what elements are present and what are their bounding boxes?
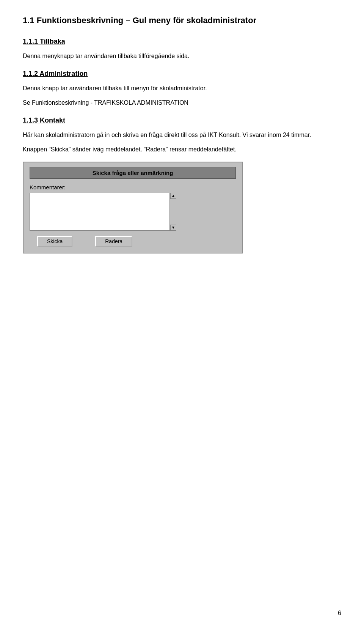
contact-dialog: Skicka fråga eller anmärkning Kommentare…	[23, 162, 243, 253]
dialog-buttons: Skicka Radera	[30, 236, 236, 247]
section-113-heading: 1.1.3 Kontakt	[23, 116, 341, 124]
delete-button[interactable]: Radera	[95, 236, 132, 247]
scrollbar-down-button[interactable]: ▼	[170, 225, 176, 231]
page-number: 6	[338, 610, 341, 617]
section-113-body1: Här kan skoladministratorn gå in och skr…	[23, 131, 341, 140]
scrollbar-track	[170, 199, 177, 225]
section-112: 1.1.2 Administration Denna knapp tar anv…	[23, 70, 341, 107]
section-112-body: Denna knapp tar användaren tillbaka till…	[23, 84, 341, 93]
dialog-title: Skicka fråga eller anmärkning	[30, 167, 236, 179]
section-111-heading: 1.1.1 Tillbaka	[23, 38, 341, 46]
page-title: 1.1 Funktionsbeskrivning – Gul meny för …	[23, 15, 341, 26]
section-113-body2: Knappen “Skicka” sänder iväg meddelandet…	[23, 145, 341, 154]
section-113: 1.1.3 Kontakt Här kan skoladministratorn…	[23, 116, 341, 253]
section-111: 1.1.1 Tillbaka Denna menyknapp tar använ…	[23, 38, 341, 61]
comments-textarea[interactable]	[30, 193, 170, 231]
scrollbar-up-button[interactable]: ▲	[170, 193, 176, 199]
dialog-textarea-wrapper: ▲ ▼	[30, 193, 181, 231]
dialog-label: Kommentarer:	[30, 184, 236, 190]
send-button[interactable]: Skicka	[37, 236, 72, 247]
scrollbar[interactable]: ▲ ▼	[170, 193, 177, 231]
section-112-note: Se Funktionsbeskrivning - TRAFIKSKOLA AD…	[23, 98, 341, 107]
section-111-body: Denna menyknapp tar användaren tillbaka …	[23, 52, 341, 61]
section-112-heading: 1.1.2 Administration	[23, 70, 341, 78]
